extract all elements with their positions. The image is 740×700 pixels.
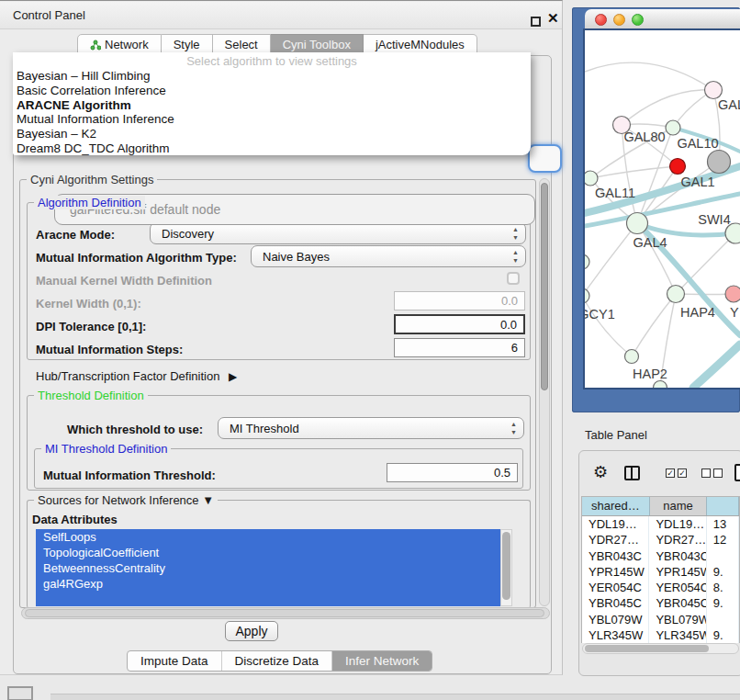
table-cell: YPR145W [649,564,706,580]
algorithm-option[interactable]: Bayesian – Hill Climbing [17,69,527,84]
algorithm-option[interactable]: Bayesian – K2 [17,127,527,141]
column-header[interactable]: shared… [582,497,650,515]
document-icon[interactable] [734,464,740,481]
column-header[interactable]: name [650,497,707,515]
network-edge [590,166,678,178]
network-node-gal10[interactable] [666,120,680,135]
app-root: Control Panel ✕ NetworkStyleSelectCyni T… [0,0,740,700]
table-row[interactable]: YER054CYER054C8. [582,580,739,595]
table-horizontal-scrollbar[interactable] [582,643,739,654]
stepper-arrows-icon: ▲▼ [510,420,517,436]
table-cell: YBL079W [582,612,649,627]
bottom-tab-discretize-data[interactable]: Discretize Data [222,651,333,671]
gear-icon[interactable]: ⚙ [593,462,608,482]
chevron-right-icon: ▶ [229,370,237,383]
network-node-hap4[interactable] [667,286,685,303]
mi-type-value: Naive Bayes [263,250,330,264]
bottom-tab-infer-network[interactable]: Infer Network [332,651,432,671]
network-icon [90,40,101,51]
kernel-width-field[interactable]: 0.0 [394,291,525,310]
data-attribute-item[interactable]: BetweennessCentrality [36,560,500,576]
table-row[interactable]: YBR043CYBR043C [582,548,739,564]
aracne-mode-select[interactable]: Discovery ▲▼ [150,222,526,244]
data-attributes-list[interactable]: SelfLoopsTopologicalCoefficientBetweenne… [36,529,500,606]
network-node[interactable] [708,151,731,174]
table-row[interactable]: YBR045CYBR045C9. [582,595,739,611]
table-row[interactable]: YPR145WYPR145W9. [582,564,739,580]
table-cell: YPR145W [582,564,649,580]
network-node-y[interactable] [725,286,740,302]
close-icon[interactable]: ✕ [547,10,559,27]
mi-steps-field[interactable]: 6 [394,338,525,357]
network-node[interactable] [585,254,589,269]
node-label: GAL80 [623,130,665,144]
mi-threshold-group-title: MI Threshold Definition [41,442,171,456]
table-cell: YLR345W [582,627,649,643]
mi-threshold-field[interactable]: 0.5 [387,463,518,482]
panel-title: Control Panel [13,8,85,22]
algorithm-dropdown: Select algorithm to view settings Bayesi… [13,52,531,155]
apply-button[interactable]: Apply [225,621,278,641]
columns-icon[interactable] [624,466,640,480]
network-window-titlebar[interactable] [585,9,740,30]
network-edge [585,296,632,356]
table-cell: 13 [707,516,739,532]
attributes-list-scrollbar[interactable] [500,529,512,606]
control-panel-titlebar: Control Panel ✕ [0,2,562,29]
which-threshold-value: MI Threshold [230,422,299,435]
manual-kernel-checkbox[interactable] [507,272,520,285]
bottom-tab-impute-data[interactable]: Impute Data [128,651,222,671]
network-node[interactable] [654,381,667,389]
algorithm-definition-title: Algorithm Definition [34,196,145,209]
bottom-tabbar: Impute DataDiscretize DataInfer Network [127,650,432,672]
settings-vertical-scrollbar[interactable] [539,178,550,606]
node-label: SWI4 [698,212,730,227]
network-edge [585,62,713,90]
network-node-gal11[interactable] [585,171,598,186]
table-row[interactable]: YDL19…YDL19…13 [582,516,739,532]
table-toolbar: ⚙ ✓✓ [585,462,740,490]
table-cell: 9. [707,627,739,643]
sources-group-title[interactable]: Sources for Network Inference ▼ [34,493,218,507]
zoom-light[interactable] [632,14,644,26]
table-cell: YER054C [649,580,706,595]
tab-label: Network [105,35,149,54]
algorithm-option[interactable]: ARACNE Algorithm [17,98,527,113]
column-header[interactable] [707,497,739,515]
deselect-all-icon[interactable] [701,469,723,478]
data-attribute-item[interactable]: gal4RGexp [36,576,500,592]
which-threshold-label: Which threshold to use: [67,423,203,436]
network-node-gal1[interactable] [670,159,686,175]
mi-type-select[interactable]: Naive Bayes ▲▼ [251,245,526,267]
table-body: YDL19…YDL19…13YDR27…YDR27…12YBR043CYBR04… [582,516,739,643]
algorithm-option[interactable]: Mutual Information Inference [17,112,527,127]
algorithm-option[interactable]: Basic Correlation Inference [17,84,527,98]
network-canvas[interactable]: GALGAL80GAL10GAL1GAL11GAL4SWI4GCY1HAP4YH… [585,30,740,388]
node-label: GAL4 [633,235,667,250]
table-row[interactable]: YLR345WYLR345W9. [582,627,739,643]
which-threshold-select[interactable]: MI Threshold ▲▼ [218,417,524,439]
float-icon[interactable] [531,17,541,27]
aracne-mode-value: Discovery [162,227,214,241]
panel-dock-icon[interactable] [7,686,33,700]
table-row[interactable]: YBL079WYBL079W [582,612,739,627]
table-row[interactable]: YDR27…YDR27…12 [582,532,739,548]
data-attribute-item[interactable]: TopologicalCoefficient [36,545,500,560]
minimize-light[interactable] [613,14,625,26]
close-light[interactable] [595,14,607,26]
settings-horizontal-scrollbar[interactable] [21,607,550,619]
dropdown-placeholder: Select algorithm to view settings [13,54,531,68]
table-cell: YDR27… [649,532,706,548]
table-panel-title: Table Panel [585,428,647,442]
data-attribute-item[interactable]: SelfLoops [36,529,500,545]
network-node-gal4[interactable] [627,213,648,234]
dpi-tolerance-field[interactable]: 0.0 [394,314,525,334]
hub-definition-expander[interactable]: Hub/Transcription Factor Definition ▶ [36,369,237,383]
network-node-gcy1[interactable] [585,288,589,303]
select-all-icon[interactable]: ✓✓ [666,469,687,478]
algorithm-option[interactable]: Dream8 DC_TDC Algorithm [17,141,527,156]
network-node-hap2[interactable] [625,350,639,364]
focused-combobox-partial[interactable] [528,144,562,173]
bottom-panel-edge [50,694,740,700]
network-node-gal[interactable] [705,82,723,99]
